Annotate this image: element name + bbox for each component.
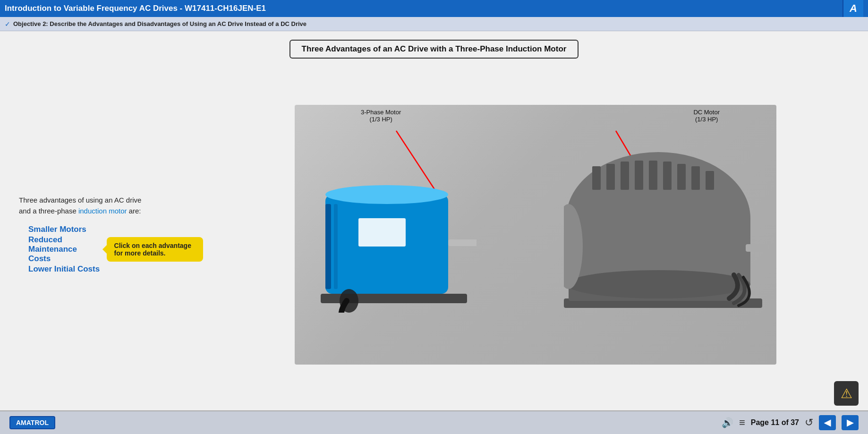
header-title: Introduction to Variable Frequency AC Dr… — [5, 4, 842, 13]
nav-right-button[interactable]: ▶ — [842, 415, 859, 430]
intro-text: Three advantages of using an AC drive an… — [19, 195, 203, 216]
page-title: Three Advantages of an AC Drive with a T… — [289, 40, 579, 59]
advantages-list: Smaller Motors Reduced Maintenance Costs… — [28, 225, 203, 274]
header: Introduction to Variable Frequency AC Dr… — [0, 0, 868, 17]
label-3phase-motor: 3-Phase Motor (1/3 HP) — [361, 109, 401, 123]
menu-icon[interactable]: ≡ — [739, 417, 745, 429]
svg-point-16 — [566, 270, 750, 298]
logo-badge: A — [842, 0, 863, 17]
page-title-container: Three Advantages of an AC Drive with a T… — [0, 40, 868, 59]
footer: AMATROL 🔊 ≡ Page 11 of 37 ↺ ◀ ▶ — [0, 410, 868, 434]
svg-rect-23 — [663, 162, 672, 190]
callout-bubble: Click on each advantage for more details… — [107, 237, 203, 262]
logo-letter: A — [850, 2, 857, 15]
warning-icon: ⚠ — [841, 386, 852, 401]
nav-left-arrow: ◀ — [824, 417, 831, 428]
advantage-reduced-maintenance[interactable]: Reduced Maintenance Costs — [28, 235, 101, 264]
subheader-text: Objective 2: Describe the Advantages and… — [13, 20, 306, 27]
svg-point-6 — [325, 185, 448, 204]
main-content: Three Advantages of an AC Drive with a T… — [0, 31, 868, 410]
subheader: ✓ Objective 2: Describe the Advantages a… — [0, 17, 868, 31]
svg-rect-19 — [606, 164, 615, 190]
blue-motor-svg — [321, 166, 477, 313]
svg-rect-24 — [677, 164, 686, 190]
svg-rect-8 — [448, 239, 477, 246]
right-panel: 3-Phase Motor (1/3 HP) DC Motor (1/3 HP) — [213, 63, 859, 406]
dc-motor-svg — [564, 152, 767, 327]
svg-rect-7 — [358, 218, 406, 247]
svg-rect-25 — [691, 166, 700, 190]
content-area: Three advantages of using an AC drive an… — [0, 63, 868, 410]
svg-rect-10 — [334, 204, 338, 289]
callout-text: Click on each advantage for more details… — [114, 242, 191, 257]
svg-rect-26 — [706, 171, 714, 190]
refresh-icon[interactable]: ↺ — [805, 417, 813, 429]
sound-icon[interactable]: 🔊 — [722, 417, 733, 428]
svg-rect-21 — [635, 161, 643, 190]
advantage-lower-costs[interactable]: Lower Initial Costs — [28, 264, 203, 274]
callout-wrapper: Click on each advantage for more details… — [107, 237, 203, 262]
motor-image: 3-Phase Motor (1/3 HP) DC Motor (1/3 HP) — [295, 105, 776, 365]
nav-right-arrow: ▶ — [847, 417, 853, 428]
highlight-text: induction motor — [78, 207, 127, 215]
footer-controls: 🔊 ≡ Page 11 of 37 ↺ ◀ ▶ — [722, 415, 859, 430]
svg-rect-9 — [325, 204, 331, 289]
nav-left-button[interactable]: ◀ — [819, 415, 836, 430]
svg-rect-22 — [649, 161, 657, 190]
label-dc-motor: DC Motor (1/3 HP) — [693, 109, 720, 123]
svg-rect-18 — [592, 166, 601, 190]
advantage-smaller-motors[interactable]: Smaller Motors — [28, 225, 203, 234]
svg-rect-20 — [621, 162, 629, 190]
left-panel: Three advantages of using an AC drive an… — [9, 63, 213, 406]
svg-rect-27 — [746, 244, 767, 252]
page-info: Page 11 of 37 — [751, 418, 799, 427]
warning-button[interactable]: ⚠ — [834, 381, 859, 406]
check-icon: ✓ — [5, 20, 10, 28]
amatrol-logo: AMATROL — [9, 416, 55, 429]
